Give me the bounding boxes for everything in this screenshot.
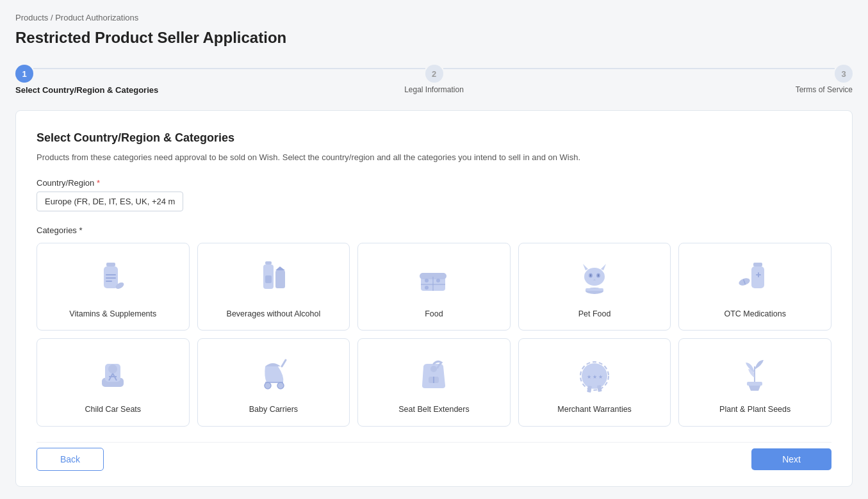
vitamins-icon <box>90 256 135 301</box>
svg-rect-8 <box>275 270 285 288</box>
svg-point-42 <box>277 382 284 389</box>
country-required-star: * <box>97 178 100 188</box>
back-button[interactable]: Back <box>37 448 104 471</box>
step-2: 2 <box>425 65 443 83</box>
categories-label-text: Categories <box>37 225 77 235</box>
step-1: 1 <box>15 65 33 83</box>
categories-required-star: * <box>79 225 83 235</box>
svg-rect-10 <box>265 275 272 283</box>
svg-rect-0 <box>106 263 115 266</box>
svg-point-36 <box>108 364 117 373</box>
page-title: Restricted Product Seller Application <box>15 29 853 47</box>
categories-grid: Vitamins & Supplements Bev <box>37 243 831 427</box>
step-line-2 <box>443 68 835 69</box>
breadcrumb-auth: Product Authorizations <box>55 13 138 22</box>
category-baby-carriers[interactable]: Baby Carriers <box>197 338 350 427</box>
seat-belt-icon <box>411 352 456 397</box>
svg-rect-27 <box>585 288 603 291</box>
svg-point-24 <box>598 274 599 277</box>
category-vitamins[interactable]: Vitamins & Supplements <box>37 243 190 331</box>
svg-point-18 <box>584 268 605 286</box>
beverages-name: Beverages without Alcohol <box>227 309 321 320</box>
svg-rect-2 <box>106 274 116 275</box>
category-warranties[interactable]: ★ ★ ★ Merchant Warranties <box>518 338 671 427</box>
otc-icon <box>733 256 778 301</box>
warranties-name: Merchant Warranties <box>557 404 632 416</box>
breadcrumb-products: Products <box>15 13 48 22</box>
svg-rect-6 <box>265 261 272 265</box>
svg-point-17 <box>436 279 440 282</box>
svg-point-16 <box>425 286 429 290</box>
step-label-2: Legal Information <box>295 85 574 95</box>
svg-rect-52 <box>747 382 762 386</box>
category-plants[interactable]: Plant & Plant Seeds <box>678 338 831 427</box>
next-button[interactable]: Next <box>751 448 831 470</box>
svg-point-46 <box>430 366 437 372</box>
svg-point-23 <box>590 274 591 277</box>
stepper: 1 2 3 <box>15 65 853 83</box>
seat-belt-name: Seat Belt Extenders <box>398 404 469 416</box>
main-card: Select Country/Region & Categories Produ… <box>15 110 853 487</box>
step-label-1: Select Country/Region & Categories <box>15 85 295 95</box>
category-otc[interactable]: OTC Medications <box>678 243 831 331</box>
step-label-3: Terms of Service <box>573 85 853 95</box>
svg-marker-20 <box>601 264 606 270</box>
petfood-icon <box>572 256 617 301</box>
plants-icon <box>733 352 778 397</box>
category-petfood[interactable]: Pet Food <box>518 243 671 331</box>
breadcrumb-sep: / <box>48 13 55 22</box>
svg-rect-29 <box>751 266 764 288</box>
step-3: 3 <box>835 65 853 83</box>
category-child-car-seats[interactable]: Child Car Seats <box>37 338 190 427</box>
svg-point-41 <box>265 382 271 389</box>
category-beverages[interactable]: Beverages without Alcohol <box>197 243 350 331</box>
svg-rect-33 <box>758 272 759 277</box>
breadcrumb: Products / Product Authorizations <box>15 13 853 22</box>
svg-line-40 <box>282 360 286 366</box>
category-food[interactable]: Food <box>357 243 511 331</box>
beverages-icon <box>251 256 296 301</box>
food-name: Food <box>425 309 443 320</box>
step-2-circle: 2 <box>425 65 443 83</box>
food-icon <box>411 256 456 301</box>
step-3-circle: 3 <box>835 65 853 83</box>
svg-point-15 <box>425 279 429 282</box>
category-seat-belt[interactable]: Seat Belt Extenders <box>357 338 511 427</box>
svg-rect-28 <box>753 263 762 266</box>
section-title: Select Country/Region & Categories <box>37 131 831 145</box>
otc-name: OTC Medications <box>724 309 786 320</box>
stepper-labels: Select Country/Region & Categories Legal… <box>15 85 853 95</box>
section-description: Products from these categories need appr… <box>37 151 831 164</box>
categories-label: Categories * <box>37 225 831 235</box>
svg-marker-19 <box>583 264 588 270</box>
step-line-1 <box>33 68 425 69</box>
svg-rect-14 <box>421 284 445 285</box>
svg-text:★ ★ ★: ★ ★ ★ <box>587 374 603 380</box>
country-label-text: Country/Region <box>37 178 94 188</box>
country-label: Country/Region * <box>37 178 831 188</box>
child-car-seats-name: Child Car Seats <box>85 404 142 416</box>
card-footer: Back Next <box>37 442 831 471</box>
plants-name: Plant & Plant Seeds <box>719 404 790 416</box>
svg-rect-4 <box>106 281 112 282</box>
child-car-seats-icon <box>90 352 135 397</box>
svg-rect-3 <box>106 277 116 279</box>
baby-carriers-icon <box>251 352 296 397</box>
country-select[interactable]: Europe (FR, DE, IT, ES, UK, +24 m <box>37 192 183 211</box>
step-1-circle: 1 <box>15 65 33 83</box>
vitamins-name: Vitamins & Supplements <box>69 309 156 320</box>
baby-carriers-name: Baby Carriers <box>249 404 298 416</box>
svg-marker-9 <box>275 266 285 270</box>
warranties-icon: ★ ★ ★ <box>572 352 617 397</box>
petfood-name: Pet Food <box>578 309 611 320</box>
